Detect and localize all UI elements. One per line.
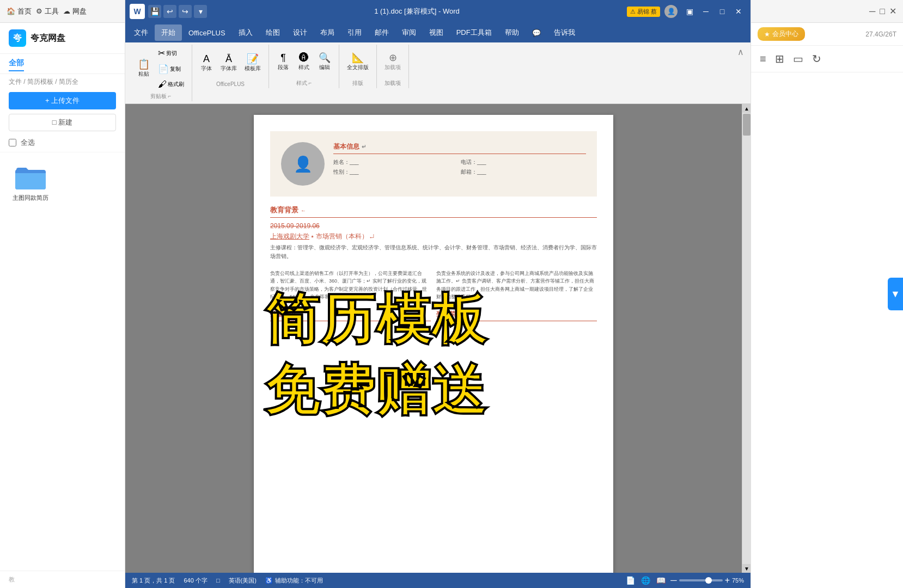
menu-draw[interactable]: 绘图 (259, 24, 286, 41)
scroll-track (742, 113, 751, 564)
user-avatar[interactable]: 👤 (664, 5, 678, 18)
sidebar-header: 夸 夸克网盘 (0, 23, 125, 54)
minimize-app-btn[interactable]: ─ (869, 7, 875, 16)
scroll-down-btn[interactable]: ▼ (742, 564, 751, 573)
scroll-up-btn[interactable]: ▲ (742, 104, 751, 113)
cloud-toolbar: ≡ ⊞ ▭ ↻ (751, 46, 903, 72)
menu-mailings[interactable]: 邮件 (368, 24, 395, 41)
ribbon-paragraph-btn[interactable]: ¶ 段落 (273, 51, 293, 74)
undo-button[interactable]: ↩ (163, 5, 176, 18)
view-mode-button[interactable]: ▣ (682, 5, 697, 17)
menu-comment[interactable]: 💬 (526, 26, 547, 40)
word-title-bar: W 💾 ↩ ↪ ▾ 1 (1).doc [兼容模式] - Word ⚠ 易锦 蔡… (125, 0, 751, 23)
ribbon-paste-btn[interactable]: 📋 粘贴 (134, 57, 154, 80)
awards-col: 奖项荣誉 ← (436, 310, 597, 321)
style-expand-icon[interactable]: ⌐ (308, 80, 312, 86)
language: 英语(美国) (229, 577, 257, 585)
ribbon-collapse-btn[interactable]: ∧ (735, 45, 746, 59)
track-icon: □ (216, 577, 220, 584)
menu-review[interactable]: 审阅 (395, 24, 423, 41)
undo-redo-controls: 💾 ↩ ↪ ▾ (148, 5, 207, 18)
list-view-btn[interactable]: ≡ (758, 51, 768, 68)
redo-button[interactable]: ↪ (179, 5, 192, 18)
menu-insert[interactable]: 插入 (232, 24, 259, 41)
storage-info: 27.4G/26T (865, 30, 896, 38)
ribbon-style-btn[interactable]: 🅐 样式 (294, 51, 314, 74)
menu-bar: 文件 开始 OfficePLUS 插入 绘图 设计 布局 引用 邮件 审阅 视图… (125, 23, 751, 42)
refresh-btn[interactable]: ↻ (810, 50, 823, 68)
style-icon: 🅐 (299, 53, 309, 63)
nav-cloud[interactable]: ☁ 网盘 (63, 7, 87, 16)
cloud-icon: ☁ (63, 7, 70, 15)
folder-item[interactable]: 主图同款简历 (9, 163, 52, 202)
scroll-thumb[interactable] (743, 114, 751, 136)
preview-btn[interactable]: ▭ (791, 50, 806, 68)
document-scrollbar[interactable]: ▲ ▼ (742, 104, 751, 573)
full-layout-icon: 📐 (352, 53, 364, 63)
new-folder-button[interactable]: □ 新建 (9, 114, 116, 131)
ribbon-font-lib-btn[interactable]: Ā 字体库 (217, 52, 240, 75)
grid-view-btn[interactable]: ⊞ (773, 50, 786, 68)
select-all-checkbox[interactable] (9, 139, 16, 146)
web-layout-btn[interactable]: 🌐 (640, 575, 651, 586)
restore-button[interactable]: □ (715, 5, 730, 17)
close-app-btn[interactable]: ✕ (889, 6, 896, 16)
nav-home[interactable]: 🏠 首页 (7, 7, 32, 16)
menu-layout[interactable]: 布局 (314, 24, 341, 41)
zoom-slider[interactable] (679, 579, 723, 581)
copy-icon: 📄 (158, 64, 169, 74)
zoom-in-btn[interactable]: + (725, 575, 730, 585)
vip-badge[interactable]: ★ 会员中心 (758, 27, 805, 41)
folder-area: 主图同款简历 (0, 152, 125, 213)
user-name: 易锦 蔡 (637, 8, 657, 16)
save-button[interactable]: 💾 (148, 5, 161, 18)
ribbon-addins-group: ⊕ 加载项 加载项 (377, 45, 409, 88)
document-area: 👤 基本信息 ↵ 姓名：___ 电话：___ 性别：___ 邮箱：___ (125, 104, 751, 573)
doc-photo: 👤 (281, 142, 325, 186)
addins-icon: ⊕ (389, 53, 397, 63)
menu-home[interactable]: 开始 (155, 24, 182, 41)
vip-icon: ★ (764, 30, 770, 38)
document-scroll[interactable]: 👤 基本信息 ↵ 姓名：___ 电话：___ 性别：___ 邮箱：___ (125, 104, 742, 573)
menu-design[interactable]: 设计 (286, 24, 314, 41)
scroll-right-indicator[interactable]: ▼ (888, 278, 903, 310)
sidebar-nav: 全部 (0, 54, 125, 74)
close-button[interactable]: ✕ (731, 5, 746, 17)
work-col-2: 负责业务系统的设计及改进，参与公司网上商城系统产品功能验收及实施施工作。↵ 负责… (436, 270, 597, 301)
ribbon-format-painter-btn[interactable]: 🖌 格式刷 (155, 77, 187, 91)
nav-tools[interactable]: ⚙ 工具 (36, 7, 59, 16)
ribbon-full-layout-btn[interactable]: 📐 全文排版 (344, 51, 372, 74)
clipboard-expand-icon[interactable]: ⌐ (168, 93, 171, 99)
zoom-bar: ─ + 75% (670, 575, 744, 585)
folder-name: 主图同款简历 (13, 194, 48, 202)
restore-app-btn[interactable]: □ (880, 7, 885, 16)
print-layout-btn[interactable]: 📄 (625, 575, 636, 586)
overlay-line-2: 免费赠送 (265, 360, 487, 420)
upload-file-button[interactable]: + 上传文件 (9, 92, 116, 109)
sidebar-title: 夸克网盘 (30, 33, 65, 44)
word-icon: W (130, 4, 145, 19)
menu-telltme[interactable]: 告诉我 (547, 24, 582, 41)
ribbon-copy-btn[interactable]: 📄 复制 (155, 62, 187, 76)
ribbon-addins-btn[interactable]: ⊕ 加载项 (381, 51, 404, 74)
menu-officeplus[interactable]: OfficePLUS (182, 26, 232, 40)
menu-pdf[interactable]: PDF工具箱 (450, 24, 498, 41)
menu-file[interactable]: 文件 (127, 24, 155, 41)
template-lib-icon: 📝 (247, 54, 259, 64)
menu-help[interactable]: 帮助 (498, 24, 526, 41)
ribbon-template-lib-btn[interactable]: 📝 模板库 (241, 52, 264, 75)
menu-view[interactable]: 视图 (423, 24, 450, 41)
ribbon-edit-btn[interactable]: 🔍 编辑 (315, 51, 334, 74)
paragraph-icon: ¶ (280, 53, 286, 63)
font-buttons: A 字体 Ā 字体库 📝 模板库 (197, 46, 264, 80)
customize-button[interactable]: ▾ (194, 5, 207, 18)
read-mode-btn[interactable]: 📖 (655, 575, 666, 586)
minimize-button[interactable]: ─ (698, 5, 713, 17)
ribbon-font-btn[interactable]: A 字体 (197, 52, 216, 75)
ribbon-cut-btn[interactable]: ✂ 剪切 (155, 46, 187, 60)
menu-references[interactable]: 引用 (341, 24, 368, 41)
sidebar-nav-all[interactable]: 全部 (9, 56, 24, 71)
zoom-out-btn[interactable]: ─ (670, 575, 676, 585)
arrow-down-icon: ▼ (890, 289, 900, 300)
compatibility-warning: ⚠ 易锦 蔡 (627, 7, 660, 17)
